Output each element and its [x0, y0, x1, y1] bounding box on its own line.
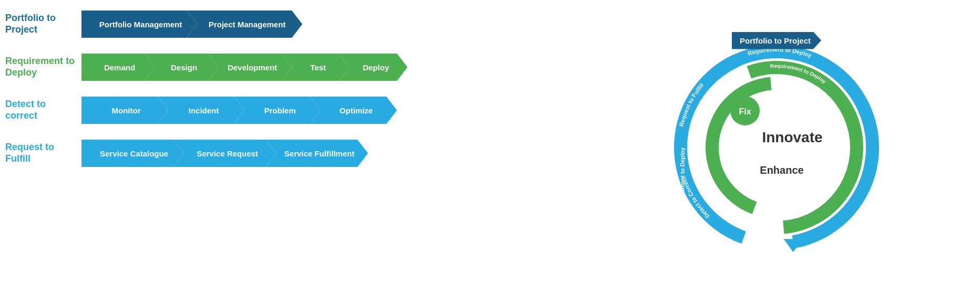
row-request-to-fulfill: Request toFulfillService CatalogueServic… [5, 140, 563, 167]
diagram-container: Portfolio to ProjectInnovateEnhanceFixDe… [661, 27, 892, 258]
portfolio-to-project-label: Portfolio to Project [732, 32, 821, 49]
arrow-requirement-to-deploy-2: Development [208, 54, 292, 81]
row-label-request-to-fulfill: Request toFulfill [5, 142, 81, 164]
row-requirement-to-deploy: Requirement toDeployDemandDesignDevelopm… [5, 54, 563, 81]
fix-label: Fix [739, 107, 751, 116]
row-portfolio-to-project: Portfolio toProjectPortfolio ManagementP… [5, 10, 563, 38]
arrow-detect-to-correct-3: Optimize [310, 97, 397, 124]
arrows-requirement-to-deploy: DemandDesignDevelopmentTestDeploy [81, 54, 407, 81]
right-panel: Portfolio to ProjectInnovateEnhanceFixDe… [573, 0, 980, 284]
row-detect-to-correct: Detect tocorrectMonitorIncidentProblemOp… [5, 97, 563, 124]
arrows-detect-to-correct: MonitorIncidentProblemOptimize [81, 97, 397, 124]
arrow-request-to-fulfill-2: Service Fulfillment [266, 140, 368, 167]
arrows-portfolio-to-project: Portfolio ManagementProject Management [81, 10, 302, 38]
arrow-detect-to-correct-2: Problem [234, 97, 321, 124]
innovate-label: Innovate [762, 129, 822, 145]
arrow-portfolio-to-project-1: Project Management [187, 10, 302, 38]
arrow-requirement-to-deploy-4: Deploy [339, 54, 407, 81]
arrow-requirement-to-deploy-0: Demand [81, 54, 155, 81]
requirement-to-deploy-vertical-label: Requirement to Deploy [679, 146, 686, 210]
arrows-request-to-fulfill: Service CatalogueService RequestService … [81, 140, 368, 167]
diagram-svg: InnovateEnhanceFixDetect to CorrectReque… [661, 27, 892, 258]
arrow-requirement-to-deploy-1: Design [145, 54, 218, 81]
arrow-detect-to-correct-0: Monitor [81, 97, 168, 124]
arrow-detect-to-correct-1: Incident [158, 97, 244, 124]
arrow-request-to-fulfill-1: Service Request [173, 140, 276, 167]
arrow-portfolio-to-project-0: Portfolio Management [81, 10, 197, 38]
row-label-requirement-to-deploy: Requirement toDeploy [5, 56, 81, 78]
row-label-detect-to-correct: Detect tocorrect [5, 99, 81, 121]
left-panel: Portfolio toProjectPortfolio ManagementP… [0, 0, 573, 284]
enhance-label: Enhance [760, 164, 803, 176]
row-label-portfolio-to-project: Portfolio toProject [5, 13, 81, 35]
arrow-request-to-fulfill-0: Service Catalogue [81, 140, 184, 167]
